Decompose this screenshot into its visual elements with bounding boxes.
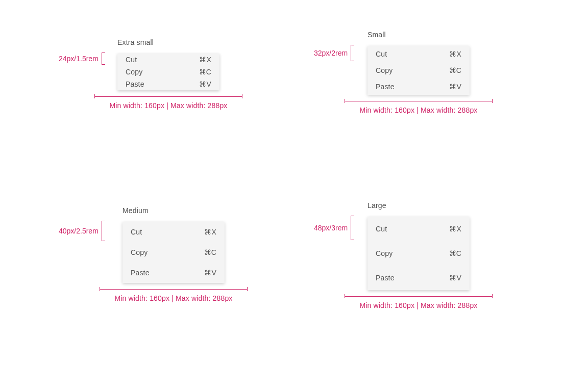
menu-item-paste[interactable]: Paste ⌘V xyxy=(122,263,225,283)
variant-title: Small xyxy=(368,31,493,39)
row-height-label: 32px/2rem xyxy=(314,49,348,57)
menu-item-paste[interactable]: Paste ⌘V xyxy=(368,266,470,290)
menu-item-shortcut: ⌘X xyxy=(449,225,461,233)
menu-item-cut[interactable]: Cut ⌘X xyxy=(122,222,225,242)
width-spec: Min width: 160px | Max width: 288px xyxy=(345,294,493,309)
row-height-label: 24px/1.5rem xyxy=(59,55,99,63)
variant-small: Small Cut ⌘X Copy ⌘C Paste ⌘V Min width:… xyxy=(368,31,493,114)
menu-item-copy[interactable]: Copy ⌘C xyxy=(368,62,470,79)
menu-item-label: Paste xyxy=(131,269,150,277)
menu-item-shortcut: ⌘X xyxy=(449,50,461,58)
width-spec-line xyxy=(94,94,242,98)
menu-item-label: Cut xyxy=(131,228,142,236)
context-menu: Cut ⌘X Copy ⌘C Paste ⌘V xyxy=(368,217,470,290)
width-spec-line xyxy=(100,287,248,291)
row-height-bracket xyxy=(102,53,105,65)
menu-item-cut[interactable]: Cut ⌘X xyxy=(368,46,470,62)
menu-item-copy[interactable]: Copy ⌘C xyxy=(122,242,225,263)
row-height-spec: 32px/2rem xyxy=(314,45,368,61)
menu-item-shortcut: ⌘C xyxy=(449,249,461,257)
menu-item-label: Paste xyxy=(376,83,395,91)
width-spec: Min width: 160px | Max width: 288px xyxy=(345,99,493,114)
menu-item-cut[interactable]: Cut ⌘X xyxy=(368,217,470,241)
menu-item-copy[interactable]: Copy ⌘C xyxy=(117,66,219,78)
menu-item-label: Paste xyxy=(376,274,395,282)
row-height-spec: 40px/2.5rem xyxy=(59,221,122,241)
width-spec-line xyxy=(345,99,493,103)
menu-item-label: Paste xyxy=(126,80,144,88)
width-spec: Min width: 160px | Max width: 288px xyxy=(94,94,242,110)
width-spec-label: Min width: 160px | Max width: 288px xyxy=(94,101,242,110)
context-menu: Cut ⌘X Copy ⌘C Paste ⌘V xyxy=(117,54,219,90)
menu-item-shortcut: ⌘V xyxy=(199,80,211,88)
menu-item-shortcut: ⌘V xyxy=(449,274,461,282)
variant-medium: Medium Cut ⌘X Copy ⌘C Paste ⌘V Min width… xyxy=(122,206,248,302)
menu-item-label: Copy xyxy=(131,248,148,256)
width-spec-line xyxy=(345,294,493,298)
menu-item-shortcut: ⌘V xyxy=(204,269,216,277)
row-height-label: 40px/2.5rem xyxy=(59,227,99,235)
menu-item-shortcut: ⌘X xyxy=(199,56,211,64)
menu-item-label: Cut xyxy=(376,50,387,58)
row-height-label: 48px/3rem xyxy=(314,224,348,232)
menu-item-label: Cut xyxy=(126,56,137,64)
width-spec-label: Min width: 160px | Max width: 288px xyxy=(345,301,493,309)
variant-title: Medium xyxy=(122,206,248,215)
menu-item-shortcut: ⌘X xyxy=(204,228,216,236)
width-spec-label: Min width: 160px | Max width: 288px xyxy=(100,294,248,302)
width-spec: Min width: 160px | Max width: 288px xyxy=(100,287,248,302)
row-height-bracket xyxy=(351,216,354,240)
menu-item-shortcut: ⌘C xyxy=(204,248,216,256)
menu-item-label: Cut xyxy=(376,225,387,233)
menu-item-paste[interactable]: Paste ⌘V xyxy=(368,79,470,95)
context-menu: Cut ⌘X Copy ⌘C Paste ⌘V xyxy=(122,222,225,283)
menu-item-shortcut: ⌘V xyxy=(449,83,461,91)
context-menu: Cut ⌘X Copy ⌘C Paste ⌘V xyxy=(368,46,470,95)
menu-item-label: Copy xyxy=(376,66,393,74)
menu-item-copy[interactable]: Copy ⌘C xyxy=(368,241,470,266)
row-height-bracket xyxy=(351,45,354,61)
variant-title: Extra small xyxy=(117,38,242,46)
row-height-bracket xyxy=(102,221,105,241)
variant-large: Large Cut ⌘X Copy ⌘C Paste ⌘V Min width:… xyxy=(368,201,493,309)
menu-item-cut[interactable]: Cut ⌘X xyxy=(117,54,219,66)
menu-item-paste[interactable]: Paste ⌘V xyxy=(117,78,219,90)
variant-extra-small: Extra small Cut ⌘X Copy ⌘C Paste ⌘V Min … xyxy=(117,38,242,110)
row-height-spec: 24px/1.5rem xyxy=(59,53,117,65)
menu-item-label: Copy xyxy=(126,68,142,76)
menu-item-shortcut: ⌘C xyxy=(449,66,461,74)
variant-title: Large xyxy=(368,201,493,210)
width-spec-label: Min width: 160px | Max width: 288px xyxy=(345,106,493,114)
row-height-spec: 48px/3rem xyxy=(314,216,368,240)
menu-item-shortcut: ⌘C xyxy=(199,68,211,76)
menu-item-label: Copy xyxy=(376,249,393,257)
